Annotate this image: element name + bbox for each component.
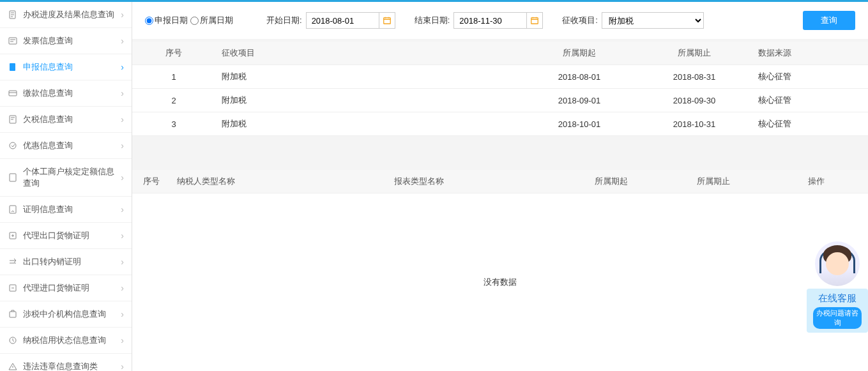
individual-icon [8,172,18,183]
main-content: 申报日期 所属日期 开始日期: 结束日期: 征收项目: 附加税 [132,2,868,371]
query-button[interactable]: 查询 [803,11,855,30]
start-date-label: 开始日期: [266,15,302,26]
col-end: 所属期止 [637,42,752,65]
radio-label: 申报日期 [155,15,188,26]
radio-declare-input[interactable] [145,17,153,25]
sidebar-item-violation[interactable]: 违法违章信息查询类 › [0,354,132,371]
warn-icon [8,361,18,371]
sidebar-item-label: 欠税信息查询 [23,114,121,125]
chevron-right-icon: › [121,231,124,241]
chevron-right-icon: › [121,204,124,215]
chevron-right-icon: › [121,88,124,98]
sidebar-item-label: 代理进口货物证明 [23,282,121,294]
sidebar-item-label: 出口转内销证明 [23,256,121,268]
sidebar-item-payment[interactable]: 缴款信息查询 › [0,80,132,107]
svg-point-5 [10,142,16,149]
chevron-right-icon: › [121,309,124,319]
chevron-right-icon: › [121,114,124,125]
calendar-icon[interactable] [526,12,543,29]
sidebar-item-import-agent[interactable]: 代理进口货物证明 › [0,275,132,301]
sidebar-item-label: 证明信息查询 [23,204,121,215]
end-date-label: 结束日期: [415,15,450,26]
sidebar-item-intermediary[interactable]: 涉税中介机构信息查询 › [0,301,132,328]
support-box[interactable]: 在线客服 办税问题请咨询 [807,289,868,333]
chevron-right-icon: › [121,361,124,371]
radio-period-input[interactable] [190,17,199,25]
results-table-1: 序号 征收项目 所属期起 所属期止 数据来源 1 附加税 2018-08-01 … [132,42,868,136]
export-icon [8,231,18,241]
support-title: 在线客服 [813,292,862,305]
table-row[interactable]: 2 附加税 2018-09-01 2018-09-30 核心征管 [132,89,868,112]
support-subtitle: 办税问题请咨询 [813,307,862,329]
calendar-icon[interactable] [379,12,395,29]
svg-rect-1 [9,38,17,44]
declare-icon [8,62,18,72]
col-period-end: 所属期止 [662,170,765,193]
arrears-icon [8,114,18,125]
col-report-type: 报表类型名称 [388,170,560,193]
collection-item-label: 征收项目: [562,15,598,26]
sidebar-item-label: 办税进度及结果信息查询 [23,9,121,20]
col-no: 序号 [132,170,171,193]
sidebar-item-label: 发票信息查询 [23,35,121,47]
benefit-icon [8,140,18,151]
chevron-right-icon: › [121,140,124,151]
radio-label: 所属日期 [200,15,233,26]
svg-rect-3 [9,91,17,96]
org-icon [8,309,18,319]
chevron-right-icon: › [121,257,124,267]
chevron-right-icon: › [121,62,124,72]
sidebar-item-arrears[interactable]: 欠税信息查询 › [0,107,132,133]
cert-icon [8,204,18,215]
col-no: 序号 [132,42,215,65]
sidebar-item-label: 纳税信用状态信息查询 [23,335,121,346]
sidebar: 办税进度及结果信息查询 › 发票信息查询 › 申报信息查询 › 缴款信息查询 ›… [0,2,132,371]
chevron-right-icon: › [121,335,124,345]
invoice-icon [8,36,18,46]
radio-period-date[interactable]: 所属日期 [190,15,233,26]
sidebar-item-declare[interactable]: 申报信息查询 › [0,54,132,80]
collection-item-select[interactable]: 附加税 [602,12,704,29]
sidebar-item-individual[interactable]: 个体工商户核定定额信息查询 › [0,159,132,197]
doc-icon [8,10,18,20]
credit-icon [8,335,18,345]
empty-message: 没有数据 [132,193,868,371]
chevron-right-icon: › [121,36,124,46]
sidebar-item-label: 申报信息查询 [23,61,121,73]
chevron-right-icon: › [121,172,124,183]
sidebar-item-progress[interactable]: 办税进度及结果信息查询 › [0,2,132,28]
sidebar-item-label: 优惠信息查询 [23,140,121,151]
col-taxpayer-type: 纳税人类型名称 [171,170,388,193]
sidebar-item-export-domestic[interactable]: 出口转内销证明 › [0,249,132,275]
sidebar-item-label: 缴款信息查询 [23,87,121,99]
table-row[interactable]: 1 附加税 2018-08-01 2018-08-31 核心征管 [132,65,868,89]
chevron-right-icon: › [121,283,124,293]
sidebar-item-label: 涉税中介机构信息查询 [23,308,121,320]
import-icon [8,283,18,293]
sidebar-item-benefit[interactable]: 优惠信息查询 › [0,133,132,159]
svg-rect-10 [10,312,16,317]
col-source: 数据来源 [752,42,868,65]
support-avatar-icon [815,241,860,286]
results-table-2: 序号 纳税人类型名称 报表类型名称 所属期起 所属期止 操作 没有数据 [132,170,868,371]
sidebar-item-label: 违法违章信息查询类 [23,361,121,371]
sidebar-item-label: 代理出口货物证明 [23,230,121,241]
radio-declare-date[interactable]: 申报日期 [145,15,188,26]
col-item: 征收项目 [215,42,522,65]
sidebar-item-cert[interactable]: 证明信息查询 › [0,197,132,223]
col-period-start: 所属期起 [560,170,662,193]
sidebar-item-credit[interactable]: 纳税信用状态信息查询 › [0,328,132,354]
svg-rect-13 [383,18,390,24]
svg-rect-14 [531,18,538,24]
payment-icon [8,88,18,98]
sidebar-item-label: 个体工商户核定定额信息查询 [23,166,121,189]
svg-rect-6 [10,174,16,181]
support-widget[interactable]: 在线客服 办税问题请咨询 [807,241,868,333]
col-start: 所属期起 [522,42,637,65]
svg-rect-2 [10,63,15,71]
transfer-icon [8,257,18,267]
sidebar-item-export-agent[interactable]: 代理出口货物证明 › [0,223,132,249]
col-action: 操作 [765,170,868,193]
sidebar-item-invoice[interactable]: 发票信息查询 › [0,28,132,54]
table-row[interactable]: 3 附加税 2018-10-01 2018-10-31 核心征管 [132,112,868,136]
